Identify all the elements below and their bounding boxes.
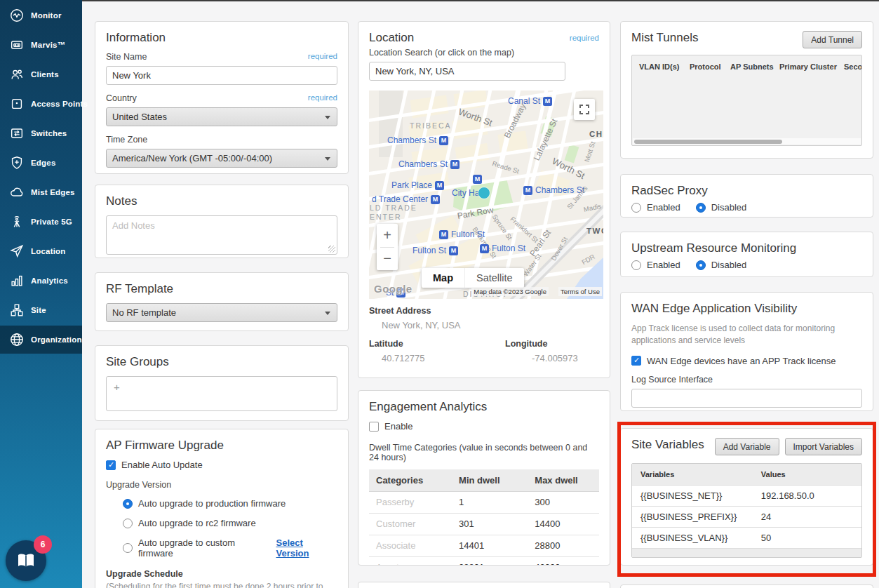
zoom-in-button[interactable]: + bbox=[377, 224, 398, 247]
column-header: Secondary bbox=[844, 62, 862, 71]
max-dwell-cell: 42000 bbox=[528, 556, 599, 566]
site-groups-card: Site Groups + bbox=[95, 345, 349, 421]
sidebar-item-label: Clients bbox=[31, 70, 59, 79]
notes-textarea[interactable]: Add Notes bbox=[106, 215, 337, 255]
production-firmware-radio[interactable] bbox=[123, 499, 133, 509]
sidebar-item-edges[interactable]: Edges bbox=[0, 149, 82, 177]
required-flag: required bbox=[308, 52, 337, 60]
location-search-input[interactable] bbox=[369, 62, 565, 81]
category-cell: Passerby bbox=[369, 491, 452, 513]
map-subway-label: d Trade Center bbox=[372, 194, 440, 204]
column-header: VLAN ID(s) bbox=[639, 62, 690, 71]
min-dwell-cell: 1 bbox=[452, 491, 528, 513]
category-cell: Asset bbox=[369, 556, 452, 566]
sidebar-item-access-points[interactable]: Access Points bbox=[0, 90, 82, 118]
map-area-label: CHI bbox=[589, 130, 603, 138]
required-flag: required bbox=[308, 93, 337, 102]
timezone-value: America/New York (GMT -05:00/-04:00) bbox=[112, 153, 272, 163]
dwell-time-label: Dwell Time Categories (value in seconds … bbox=[369, 443, 599, 462]
log-source-label: Log Source Interface bbox=[631, 375, 862, 385]
value-cell: 24 bbox=[758, 512, 861, 522]
sidebar-item-switches[interactable]: Switches bbox=[0, 119, 82, 147]
subway-icon bbox=[449, 246, 458, 255]
ap-firmware-card: AP Firmware Upgrade Enable Auto Update U… bbox=[95, 429, 349, 588]
edges-icon bbox=[9, 155, 25, 171]
wan-edge-title: WAN Edge Application Visibility bbox=[631, 302, 862, 316]
add-plus-icon[interactable]: + bbox=[114, 381, 120, 393]
rf-template-title: RF Template bbox=[106, 282, 337, 296]
add-tunnel-button[interactable]: Add Tunnel bbox=[803, 31, 862, 48]
map-area-label: TRIBECA bbox=[410, 121, 452, 130]
horizontal-scrollbar[interactable] bbox=[633, 138, 861, 145]
sidebar-item-label: Edges bbox=[31, 159, 56, 167]
longitude-label: Longitude bbox=[505, 339, 599, 349]
sidebar-item-label: Switches bbox=[31, 129, 67, 138]
table-row: Passerby 1 300 bbox=[369, 491, 599, 513]
engagement-enable-checkbox[interactable] bbox=[369, 422, 379, 432]
resize-grip-icon[interactable] bbox=[328, 246, 335, 253]
google-logo[interactable]: Google bbox=[374, 283, 412, 295]
sidebar-item-label: Organization bbox=[31, 335, 82, 344]
site-name-label: Site Name bbox=[106, 52, 147, 62]
subway-icon bbox=[523, 186, 532, 195]
subway-icon bbox=[480, 244, 489, 253]
map-type-satellite-button[interactable]: Satellite bbox=[464, 268, 524, 288]
rc2-firmware-radio[interactable] bbox=[123, 519, 133, 528]
log-source-input[interactable] bbox=[631, 389, 862, 408]
latitude-label: Latitude bbox=[369, 339, 484, 349]
variable-cell: {{BUSINESS_VLAN}} bbox=[632, 533, 758, 543]
sidebar-item-analytics[interactable]: Analytics bbox=[0, 267, 82, 295]
site-variables-title: Site Variables bbox=[631, 438, 704, 452]
radsec-enabled-radio[interactable] bbox=[631, 203, 641, 213]
timezone-label: Time Zone bbox=[106, 135, 147, 145]
wan-edge-description: App Track license is used to collect dat… bbox=[631, 323, 862, 347]
subway-icon bbox=[450, 160, 459, 169]
longitude-value: -74.005973 bbox=[505, 353, 599, 363]
map-subway-label: Fulton St bbox=[412, 246, 458, 255]
upstream-disabled-label: Disabled bbox=[711, 260, 747, 270]
category-cell: Customer bbox=[369, 513, 452, 535]
map-type-map-button[interactable]: Map bbox=[422, 268, 464, 288]
analytics-icon bbox=[9, 273, 25, 288]
rf-template-value: No RF template bbox=[112, 307, 176, 318]
fullscreen-button[interactable] bbox=[574, 99, 595, 120]
site-groups-input[interactable]: + bbox=[106, 376, 337, 411]
site-name-input[interactable] bbox=[106, 66, 337, 85]
sidebar-item-monitor[interactable]: Monitor bbox=[0, 1, 82, 29]
rf-template-card: RF Template No RF template bbox=[95, 272, 349, 331]
map-subway-label: Canal St bbox=[508, 96, 552, 106]
upstream-disabled-radio[interactable] bbox=[696, 260, 706, 270]
import-variables-button[interactable]: Import Variables bbox=[785, 438, 862, 455]
rf-template-select[interactable]: No RF template bbox=[106, 303, 337, 322]
custom-firmware-radio[interactable] bbox=[123, 543, 133, 553]
table-row: {{BUSINESS_NET}} 192.168.50.0 bbox=[632, 485, 861, 506]
sidebar-item-organization[interactable]: Organization bbox=[0, 326, 82, 354]
sidebar-item-clients[interactable]: Clients bbox=[0, 60, 82, 88]
zoom-out-button[interactable]: − bbox=[377, 247, 398, 270]
sidebar-item-marvis[interactable]: Marvis™ bbox=[0, 31, 82, 59]
scrollbar-thumb[interactable] bbox=[634, 140, 782, 144]
select-version-link[interactable]: Select Version bbox=[276, 537, 338, 559]
map-subway-label: Chambers St bbox=[398, 159, 459, 169]
sidebar-item-site[interactable]: Site bbox=[0, 296, 82, 324]
terms-of-use-link[interactable]: Terms of Use bbox=[558, 287, 602, 296]
column-header: Primary Cluster bbox=[779, 62, 844, 71]
timezone-select[interactable]: America/New York (GMT -05:00/-04:00) bbox=[106, 149, 337, 168]
app-track-checkbox[interactable] bbox=[631, 356, 641, 366]
sidebar-item-private-5g[interactable]: Private 5G bbox=[0, 208, 82, 236]
map-attribution: Map data ©2023 Google bbox=[471, 287, 549, 296]
enable-auto-update-checkbox[interactable] bbox=[106, 460, 116, 470]
engagement-title: Engagement Analytics bbox=[369, 400, 599, 414]
map[interactable]: Canal St Worth St Broadway Lafayette St … bbox=[369, 91, 603, 299]
sidebar-item-location[interactable]: Location bbox=[0, 237, 82, 265]
mist-edges-icon bbox=[9, 185, 25, 200]
sidebar-item-mist-edges[interactable]: Mist Edges bbox=[0, 178, 82, 206]
monitor-icon bbox=[9, 8, 25, 23]
location-icon bbox=[9, 243, 25, 259]
add-variable-button[interactable]: Add Variable bbox=[715, 438, 779, 455]
fullscreen-icon bbox=[579, 105, 589, 114]
street-address-label: Street Address bbox=[369, 306, 599, 316]
upstream-enabled-radio[interactable] bbox=[631, 260, 641, 270]
radsec-disabled-radio[interactable] bbox=[696, 203, 706, 213]
country-select[interactable]: United States bbox=[106, 107, 337, 126]
